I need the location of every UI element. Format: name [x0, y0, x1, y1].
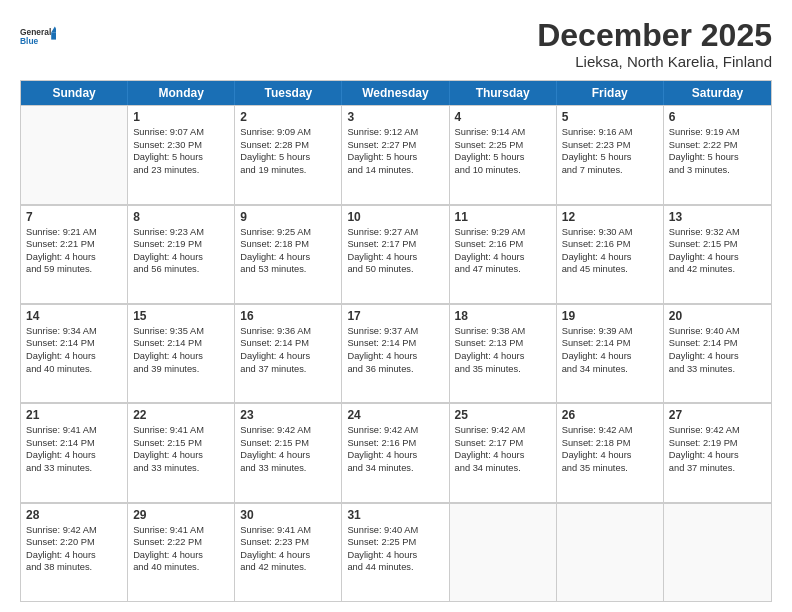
day-info: Sunrise: 9:41 AM Sunset: 2:23 PM Dayligh… — [240, 524, 336, 574]
calendar-cell — [557, 504, 664, 601]
calendar-cell: 30Sunrise: 9:41 AM Sunset: 2:23 PM Dayli… — [235, 504, 342, 601]
day-number: 15 — [133, 309, 229, 323]
day-info: Sunrise: 9:16 AM Sunset: 2:23 PM Dayligh… — [562, 126, 658, 176]
calendar-cell: 26Sunrise: 9:42 AM Sunset: 2:18 PM Dayli… — [557, 404, 664, 501]
day-info: Sunrise: 9:30 AM Sunset: 2:16 PM Dayligh… — [562, 226, 658, 276]
day-info: Sunrise: 9:07 AM Sunset: 2:30 PM Dayligh… — [133, 126, 229, 176]
calendar-cell: 3Sunrise: 9:12 AM Sunset: 2:27 PM Daylig… — [342, 106, 449, 203]
header: General Blue December 2025 Lieksa, North… — [20, 18, 772, 70]
day-info: Sunrise: 9:42 AM Sunset: 2:15 PM Dayligh… — [240, 424, 336, 474]
calendar-cell: 24Sunrise: 9:42 AM Sunset: 2:16 PM Dayli… — [342, 404, 449, 501]
day-number: 5 — [562, 110, 658, 124]
day-info: Sunrise: 9:41 AM Sunset: 2:14 PM Dayligh… — [26, 424, 122, 474]
calendar-cell: 2Sunrise: 9:09 AM Sunset: 2:28 PM Daylig… — [235, 106, 342, 203]
day-info: Sunrise: 9:39 AM Sunset: 2:14 PM Dayligh… — [562, 325, 658, 375]
day-info: Sunrise: 9:09 AM Sunset: 2:28 PM Dayligh… — [240, 126, 336, 176]
day-info: Sunrise: 9:42 AM Sunset: 2:18 PM Dayligh… — [562, 424, 658, 474]
day-info: Sunrise: 9:34 AM Sunset: 2:14 PM Dayligh… — [26, 325, 122, 375]
day-number: 22 — [133, 408, 229, 422]
svg-text:General: General — [20, 27, 51, 37]
calendar-week: 1Sunrise: 9:07 AM Sunset: 2:30 PM Daylig… — [21, 105, 771, 204]
calendar-cell: 11Sunrise: 9:29 AM Sunset: 2:16 PM Dayli… — [450, 206, 557, 303]
day-number: 6 — [669, 110, 766, 124]
calendar-cell: 19Sunrise: 9:39 AM Sunset: 2:14 PM Dayli… — [557, 305, 664, 402]
page-subtitle: Lieksa, North Karelia, Finland — [537, 53, 772, 70]
calendar-header-cell: Sunday — [21, 81, 128, 105]
calendar-cell: 23Sunrise: 9:42 AM Sunset: 2:15 PM Dayli… — [235, 404, 342, 501]
svg-marker-2 — [51, 26, 56, 32]
calendar-header-cell: Saturday — [664, 81, 771, 105]
calendar-cell — [664, 504, 771, 601]
logo-svg: General Blue — [20, 18, 56, 54]
calendar-cell: 21Sunrise: 9:41 AM Sunset: 2:14 PM Dayli… — [21, 404, 128, 501]
day-number: 8 — [133, 210, 229, 224]
page-title: December 2025 — [537, 18, 772, 53]
day-number: 7 — [26, 210, 122, 224]
day-number: 31 — [347, 508, 443, 522]
calendar-cell: 5Sunrise: 9:16 AM Sunset: 2:23 PM Daylig… — [557, 106, 664, 203]
calendar-header: SundayMondayTuesdayWednesdayThursdayFrid… — [21, 81, 771, 105]
day-number: 11 — [455, 210, 551, 224]
day-info: Sunrise: 9:23 AM Sunset: 2:19 PM Dayligh… — [133, 226, 229, 276]
day-number: 24 — [347, 408, 443, 422]
day-info: Sunrise: 9:12 AM Sunset: 2:27 PM Dayligh… — [347, 126, 443, 176]
day-number: 10 — [347, 210, 443, 224]
calendar-header-cell: Monday — [128, 81, 235, 105]
calendar-cell: 29Sunrise: 9:41 AM Sunset: 2:22 PM Dayli… — [128, 504, 235, 601]
calendar-cell: 10Sunrise: 9:27 AM Sunset: 2:17 PM Dayli… — [342, 206, 449, 303]
day-number: 28 — [26, 508, 122, 522]
day-number: 26 — [562, 408, 658, 422]
page-container: General Blue December 2025 Lieksa, North… — [0, 0, 792, 612]
svg-text:Blue: Blue — [20, 36, 39, 46]
day-number: 1 — [133, 110, 229, 124]
calendar-cell: 20Sunrise: 9:40 AM Sunset: 2:14 PM Dayli… — [664, 305, 771, 402]
day-info: Sunrise: 9:36 AM Sunset: 2:14 PM Dayligh… — [240, 325, 336, 375]
day-info: Sunrise: 9:40 AM Sunset: 2:25 PM Dayligh… — [347, 524, 443, 574]
day-number: 20 — [669, 309, 766, 323]
day-info: Sunrise: 9:41 AM Sunset: 2:22 PM Dayligh… — [133, 524, 229, 574]
day-info: Sunrise: 9:42 AM Sunset: 2:20 PM Dayligh… — [26, 524, 122, 574]
calendar-week: 7Sunrise: 9:21 AM Sunset: 2:21 PM Daylig… — [21, 205, 771, 304]
day-number: 25 — [455, 408, 551, 422]
day-number: 17 — [347, 309, 443, 323]
calendar-cell: 25Sunrise: 9:42 AM Sunset: 2:17 PM Dayli… — [450, 404, 557, 501]
calendar-week: 21Sunrise: 9:41 AM Sunset: 2:14 PM Dayli… — [21, 403, 771, 502]
calendar-week: 28Sunrise: 9:42 AM Sunset: 2:20 PM Dayli… — [21, 503, 771, 601]
day-info: Sunrise: 9:14 AM Sunset: 2:25 PM Dayligh… — [455, 126, 551, 176]
day-number: 13 — [669, 210, 766, 224]
day-number: 16 — [240, 309, 336, 323]
calendar-cell: 22Sunrise: 9:41 AM Sunset: 2:15 PM Dayli… — [128, 404, 235, 501]
calendar-header-cell: Wednesday — [342, 81, 449, 105]
day-info: Sunrise: 9:25 AM Sunset: 2:18 PM Dayligh… — [240, 226, 336, 276]
calendar-body: 1Sunrise: 9:07 AM Sunset: 2:30 PM Daylig… — [21, 105, 771, 601]
day-number: 14 — [26, 309, 122, 323]
calendar-cell — [450, 504, 557, 601]
calendar-cell: 14Sunrise: 9:34 AM Sunset: 2:14 PM Dayli… — [21, 305, 128, 402]
day-number: 27 — [669, 408, 766, 422]
day-number: 19 — [562, 309, 658, 323]
day-number: 12 — [562, 210, 658, 224]
title-block: December 2025 Lieksa, North Karelia, Fin… — [537, 18, 772, 70]
day-info: Sunrise: 9:35 AM Sunset: 2:14 PM Dayligh… — [133, 325, 229, 375]
calendar-cell: 12Sunrise: 9:30 AM Sunset: 2:16 PM Dayli… — [557, 206, 664, 303]
calendar-cell: 27Sunrise: 9:42 AM Sunset: 2:19 PM Dayli… — [664, 404, 771, 501]
day-info: Sunrise: 9:42 AM Sunset: 2:16 PM Dayligh… — [347, 424, 443, 474]
day-number: 30 — [240, 508, 336, 522]
calendar-cell: 4Sunrise: 9:14 AM Sunset: 2:25 PM Daylig… — [450, 106, 557, 203]
day-info: Sunrise: 9:38 AM Sunset: 2:13 PM Dayligh… — [455, 325, 551, 375]
calendar-cell: 8Sunrise: 9:23 AM Sunset: 2:19 PM Daylig… — [128, 206, 235, 303]
day-number: 2 — [240, 110, 336, 124]
day-number: 9 — [240, 210, 336, 224]
calendar-cell: 1Sunrise: 9:07 AM Sunset: 2:30 PM Daylig… — [128, 106, 235, 203]
calendar-cell — [21, 106, 128, 203]
day-info: Sunrise: 9:41 AM Sunset: 2:15 PM Dayligh… — [133, 424, 229, 474]
calendar-cell: 18Sunrise: 9:38 AM Sunset: 2:13 PM Dayli… — [450, 305, 557, 402]
calendar-cell: 9Sunrise: 9:25 AM Sunset: 2:18 PM Daylig… — [235, 206, 342, 303]
calendar-cell: 17Sunrise: 9:37 AM Sunset: 2:14 PM Dayli… — [342, 305, 449, 402]
calendar-cell: 16Sunrise: 9:36 AM Sunset: 2:14 PM Dayli… — [235, 305, 342, 402]
day-number: 18 — [455, 309, 551, 323]
day-number: 23 — [240, 408, 336, 422]
logo: General Blue — [20, 18, 56, 54]
calendar-cell: 31Sunrise: 9:40 AM Sunset: 2:25 PM Dayli… — [342, 504, 449, 601]
day-info: Sunrise: 9:40 AM Sunset: 2:14 PM Dayligh… — [669, 325, 766, 375]
